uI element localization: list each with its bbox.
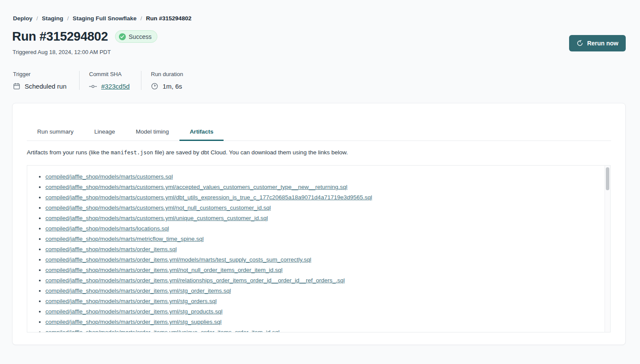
artifact-link[interactable]: compiled/jaffle_shop/models/marts/custom… — [45, 173, 173, 180]
artifact-list-item: compiled/jaffle_shop/models/marts/custom… — [45, 203, 602, 213]
artifacts-description-text: Artifacts from your runs (like the — [27, 149, 111, 156]
artifact-list-item: compiled/jaffle_shop/models/marts/custom… — [45, 182, 602, 192]
header: Run #315294802 Success — [12, 29, 157, 44]
artifacts-description-text: file) are saved by dbt Cloud. You can do… — [153, 149, 348, 156]
divider — [141, 71, 141, 90]
breadcrumb: Deploy / Staging / Staging Full Snowflak… — [13, 15, 192, 22]
artifacts-list: compiled/jaffle_shop/models/marts/custom… — [27, 166, 610, 332]
run-duration-value: 1m, 6s — [163, 83, 182, 90]
artifact-link[interactable]: compiled/jaffle_shop/models/marts/custom… — [45, 215, 268, 221]
status-badge: Success — [115, 30, 158, 43]
rerun-now-label: Rerun now — [587, 40, 618, 47]
run-meta: Trigger Scheduled run Commit SHA #323cd5… — [13, 71, 183, 90]
artifact-list-item: compiled/jaffle_shop/models/marts/custom… — [45, 213, 602, 224]
artifacts-description: Artifacts from your runs (like the manif… — [27, 149, 611, 156]
commit-sha-link[interactable]: #323cd5d — [101, 83, 130, 90]
triggered-timestamp: Triggered Aug 18, 2024, 12:00 AM PDT — [13, 49, 111, 55]
breadcrumb-separator: / — [67, 15, 69, 22]
refresh-icon — [576, 40, 583, 47]
artifact-link[interactable]: compiled/jaffle_shop/models/marts/order_… — [45, 298, 217, 304]
artifact-list-item: compiled/jaffle_shop/models/marts/order_… — [45, 307, 602, 317]
clock-icon — [151, 83, 158, 90]
run-duration-label: Run duration — [151, 71, 183, 77]
artifact-link[interactable]: compiled/jaffle_shop/models/marts/order_… — [45, 308, 222, 315]
artifact-link[interactable]: compiled/jaffle_shop/models/marts/custom… — [45, 204, 271, 211]
breadcrumb-job[interactable]: Staging Full Snowflake — [73, 15, 137, 22]
scrollbar-track[interactable] — [605, 166, 610, 332]
breadcrumb-run: Run #315294802 — [146, 15, 192, 22]
artifact-link[interactable]: compiled/jaffle_shop/models/marts/order_… — [45, 277, 345, 284]
artifact-list-item: compiled/jaffle_shop/models/marts/custom… — [45, 192, 602, 203]
artifact-list-item: compiled/jaffle_shop/models/marts/order_… — [45, 265, 602, 275]
artifact-link[interactable]: compiled/jaffle_shop/models/marts/order_… — [45, 329, 280, 332]
success-check-icon — [119, 33, 126, 40]
git-commit-icon — [89, 84, 97, 89]
artifact-link[interactable]: compiled/jaffle_shop/models/marts/custom… — [45, 184, 347, 190]
manifest-json-code: manifest.json — [111, 149, 153, 156]
artifact-list-item: compiled/jaffle_shop/models/marts/order_… — [45, 255, 602, 265]
artifact-list-item: compiled/jaffle_shop/models/marts/order_… — [45, 327, 602, 332]
artifact-list-item: compiled/jaffle_shop/models/marts/order_… — [45, 317, 602, 327]
tab-run-summary[interactable]: Run summary — [27, 125, 84, 140]
artifact-list-item: compiled/jaffle_shop/models/marts/order_… — [45, 275, 602, 286]
artifact-list-item: compiled/jaffle_shop/models/marts/order_… — [45, 296, 602, 307]
status-label: Success — [129, 33, 152, 40]
run-detail-card: Run summary Lineage Model timing Artifac… — [12, 103, 626, 345]
artifact-link[interactable]: compiled/jaffle_shop/models/marts/custom… — [45, 194, 372, 201]
artifact-list-item: compiled/jaffle_shop/models/marts/locati… — [45, 224, 602, 234]
tab-artifacts[interactable]: Artifacts — [179, 125, 224, 140]
artifact-link[interactable]: compiled/jaffle_shop/models/marts/order_… — [45, 256, 311, 263]
divider — [79, 71, 80, 90]
artifact-link[interactable]: compiled/jaffle_shop/models/marts/order_… — [45, 319, 221, 325]
scrollbar-thumb[interactable] — [606, 167, 609, 190]
artifact-list-item: compiled/jaffle_shop/models/marts/order_… — [45, 286, 602, 296]
artifact-link[interactable]: compiled/jaffle_shop/models/marts/order_… — [45, 246, 177, 252]
tab-lineage[interactable]: Lineage — [84, 125, 125, 140]
meta-trigger: Trigger Scheduled run — [13, 71, 70, 90]
tab-bar: Run summary Lineage Model timing Artifac… — [27, 125, 611, 141]
rerun-now-button[interactable]: Rerun now — [569, 35, 626, 51]
breadcrumb-deploy[interactable]: Deploy — [13, 15, 32, 22]
trigger-value: Scheduled run — [25, 83, 67, 90]
artifact-list-item: compiled/jaffle_shop/models/marts/metric… — [45, 234, 602, 244]
meta-commit: Commit SHA #323cd5d — [89, 71, 131, 90]
breadcrumb-separator: / — [36, 15, 38, 22]
breadcrumb-separator: / — [141, 15, 142, 22]
breadcrumb-staging[interactable]: Staging — [42, 15, 64, 22]
tab-model-timing[interactable]: Model timing — [125, 125, 179, 140]
artifact-list-item: compiled/jaffle_shop/models/marts/order_… — [45, 244, 602, 255]
artifacts-list-container: compiled/jaffle_shop/models/marts/custom… — [27, 165, 611, 332]
artifact-link[interactable]: compiled/jaffle_shop/models/marts/order_… — [45, 287, 231, 294]
meta-duration: Run duration 1m, 6s — [151, 71, 183, 90]
calendar-icon — [13, 83, 20, 90]
artifact-list-item: compiled/jaffle_shop/models/marts/custom… — [45, 172, 602, 182]
artifact-link[interactable]: compiled/jaffle_shop/models/marts/locati… — [45, 225, 169, 232]
commit-sha-label: Commit SHA — [89, 71, 131, 77]
trigger-label: Trigger — [13, 71, 70, 77]
page-title: Run #315294802 — [12, 29, 108, 44]
artifact-link[interactable]: compiled/jaffle_shop/models/marts/order_… — [45, 267, 282, 273]
artifact-link[interactable]: compiled/jaffle_shop/models/marts/metric… — [45, 236, 204, 242]
